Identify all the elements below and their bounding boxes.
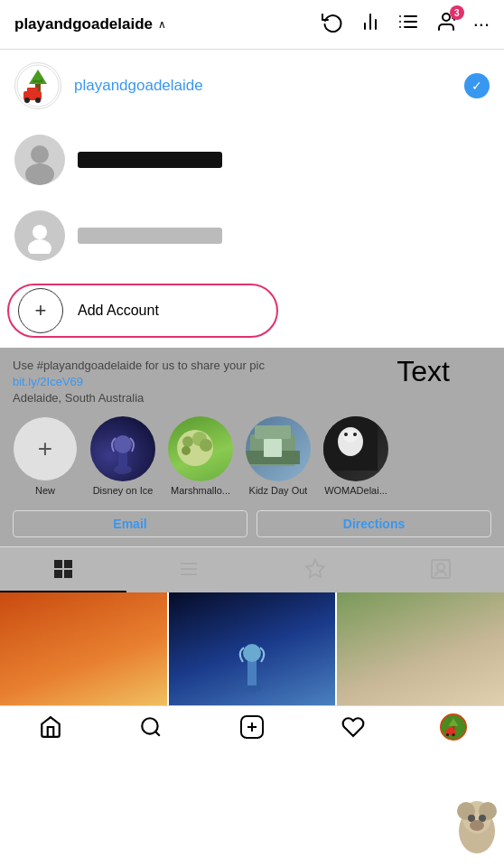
- person-tag-icon: [430, 558, 452, 580]
- svg-point-33: [200, 439, 212, 452]
- grid-icon: [52, 558, 74, 580]
- disney-figure: [90, 416, 155, 481]
- photo-cell-1[interactable]: [0, 592, 167, 705]
- profile-overlay-area: Use #playandgoadelaide for us to share y…: [0, 348, 504, 592]
- story-label-disney: Disney on Ice: [93, 485, 154, 496]
- nav-heart[interactable]: [303, 713, 404, 741]
- svg-point-41: [343, 430, 358, 443]
- heart-icon: [341, 715, 365, 739]
- more-icon[interactable]: ···: [473, 13, 490, 36]
- svg-rect-36: [255, 425, 291, 439]
- story-item-disney[interactable]: Disney on Ice: [90, 416, 155, 496]
- photo-cell-2[interactable]: [169, 592, 336, 705]
- svg-point-34: [182, 446, 191, 455]
- directions-button[interactable]: Directions: [257, 510, 491, 537]
- svg-point-17: [24, 98, 30, 103]
- photo-cell-3[interactable]: [337, 592, 504, 705]
- photo-orange: [0, 592, 167, 705]
- nav-profile[interactable]: [403, 713, 504, 741]
- list-icon[interactable]: [397, 11, 419, 38]
- chevron-icon: ∧: [158, 18, 166, 31]
- text-label: Text: [397, 355, 450, 388]
- stories-row: + New Disney on Ice: [0, 407, 504, 505]
- kidz-figure: [246, 416, 311, 481]
- account-name-blurred-3: [78, 228, 222, 244]
- bottom-nav: [0, 705, 504, 744]
- bio-text: Use #playandgoadelaide for us to share y…: [13, 359, 265, 372]
- account-item-3[interactable]: [0, 198, 504, 274]
- nav-home[interactable]: [0, 713, 101, 741]
- story-label-new: New: [35, 485, 55, 496]
- bio-link[interactable]: bit.ly/2IceV69: [13, 375, 83, 388]
- plus-symbol: +: [35, 299, 47, 322]
- location-text: Adelaide, South Australia: [13, 391, 144, 405]
- svg-rect-46: [54, 570, 62, 578]
- story-circle-marsh: [168, 416, 233, 481]
- account-name-playandgoadelaide: playandgoadelaide: [74, 77, 203, 95]
- story-circle-disney: [90, 416, 155, 481]
- svg-point-56: [243, 644, 261, 662]
- svg-point-22: [31, 145, 49, 163]
- story-item-marshmallo[interactable]: Marshmallo...: [168, 416, 233, 496]
- story-label-marshmallo: Marshmallo...: [171, 485, 230, 496]
- story-new-plus: +: [38, 434, 52, 463]
- svg-point-75: [453, 733, 455, 736]
- history-icon[interactable]: [322, 11, 343, 38]
- search-icon: [139, 715, 163, 739]
- svg-rect-55: [247, 660, 257, 685]
- svg-point-42: [344, 433, 348, 436]
- bookmark-icon: [304, 558, 326, 580]
- svg-rect-47: [64, 570, 72, 578]
- story-label-kidz: Kidz Day Out: [249, 485, 308, 496]
- svg-point-64: [143, 718, 158, 733]
- story-circle-kidz: [246, 416, 311, 481]
- tab-list[interactable]: [126, 547, 253, 592]
- photo-grid: [0, 592, 504, 705]
- account-item-2[interactable]: [0, 122, 504, 198]
- svg-point-23: [25, 163, 54, 185]
- avatar-account3: [14, 210, 65, 261]
- svg-rect-38: [264, 439, 282, 457]
- profile-actions: Email Directions: [0, 505, 504, 546]
- svg-rect-16: [27, 88, 38, 93]
- list-view-icon: [178, 558, 200, 580]
- nav-profile-avatar: [440, 713, 467, 741]
- add-plus-icon: +: [18, 288, 63, 333]
- tab-mentions[interactable]: [378, 547, 505, 592]
- email-button[interactable]: Email: [13, 510, 247, 537]
- svg-point-31: [182, 436, 193, 447]
- photo-koala: [337, 592, 504, 705]
- nav-search[interactable]: [101, 713, 202, 741]
- avatar-account2: [14, 135, 65, 185]
- photo-blue: [169, 592, 336, 705]
- account-name-blurred-2: [78, 152, 222, 168]
- story-item-woma[interactable]: WOMADelai...: [323, 416, 388, 496]
- svg-point-43: [353, 433, 357, 436]
- marsh-figure: [168, 416, 233, 481]
- svg-point-29: [114, 435, 132, 453]
- chart-icon[interactable]: [359, 11, 381, 38]
- svg-point-74: [446, 733, 449, 736]
- svg-point-18: [35, 98, 41, 103]
- story-item-new[interactable]: + New: [13, 416, 78, 496]
- tab-tagged[interactable]: [252, 547, 378, 592]
- home-icon: [39, 715, 62, 739]
- notifications-icon[interactable]: 3: [435, 11, 457, 38]
- svg-rect-44: [54, 560, 62, 568]
- header: playandgoadelaide ∧: [0, 0, 504, 50]
- header-username[interactable]: playandgoadelaide: [14, 15, 153, 33]
- header-icons: 3 ···: [322, 11, 490, 38]
- svg-point-9: [443, 14, 450, 21]
- tab-grid[interactable]: [0, 547, 126, 592]
- story-circle-woma: [323, 416, 388, 481]
- svg-rect-45: [64, 560, 72, 568]
- svg-text:go: go: [36, 82, 41, 87]
- account-switcher: play& go playandgoadelaide ✓: [0, 50, 504, 348]
- story-circle-new: +: [13, 416, 78, 481]
- woma-figure: [323, 416, 388, 481]
- story-item-kidz[interactable]: Kidz Day Out: [246, 416, 311, 496]
- notification-badge: 3: [450, 5, 464, 20]
- account-item-playandgoadelaide[interactable]: play& go playandgoadelaide ✓: [0, 50, 504, 122]
- nav-add[interactable]: [201, 713, 303, 741]
- add-account-item[interactable]: + Add Account: [0, 274, 504, 348]
